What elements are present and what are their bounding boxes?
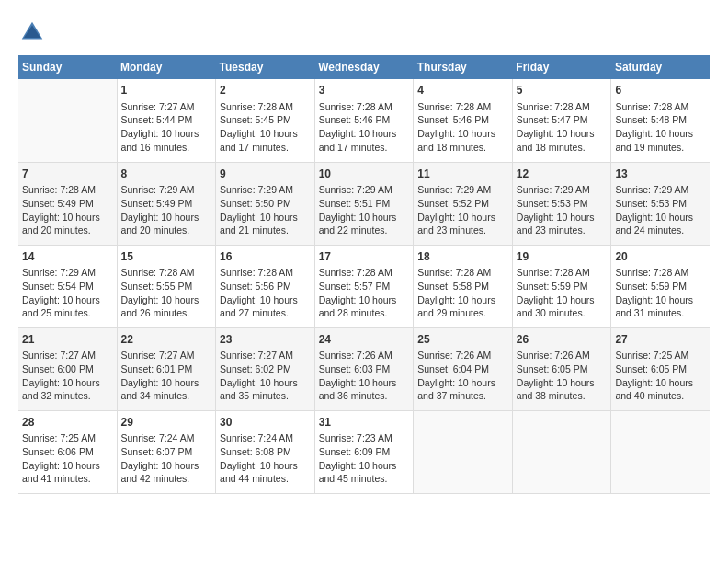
calendar-cell: 1Sunrise: 7:27 AMSunset: 5:44 PMDaylight… [117,79,216,162]
day-number: 31 [319,415,410,431]
calendar-cell: 18Sunrise: 7:28 AMSunset: 5:58 PMDayligh… [414,245,513,327]
day-info: Daylight: 10 hours [220,127,311,141]
day-info: and 44 minutes. [220,472,311,486]
calendar-cell [611,410,710,493]
day-info: and 45 minutes. [319,472,410,486]
logo-icon [18,18,46,46]
calendar-cell: 31Sunrise: 7:23 AMSunset: 6:09 PMDayligh… [314,410,414,493]
day-number: 28 [22,415,113,431]
calendar-cell: 20Sunrise: 7:28 AMSunset: 5:59 PMDayligh… [611,245,710,327]
day-info: and 17 minutes. [319,141,410,155]
calendar-cell: 23Sunrise: 7:27 AMSunset: 6:02 PMDayligh… [216,327,315,410]
day-info: and 20 minutes. [22,224,113,237]
day-info: Sunset: 5:58 PM [417,280,508,293]
day-info: and 38 minutes. [517,389,608,403]
calendar-cell: 25Sunrise: 7:26 AMSunset: 6:04 PMDayligh… [414,327,513,410]
day-info: Sunrise: 7:28 AM [417,266,508,280]
day-info: Daylight: 10 hours [22,293,113,307]
calendar-cell: 3Sunrise: 7:28 AMSunset: 5:46 PMDaylight… [314,79,414,162]
day-info: Daylight: 10 hours [615,293,706,307]
calendar-cell: 2Sunrise: 7:28 AMSunset: 5:45 PMDaylight… [216,79,315,162]
day-info: Sunset: 5:47 PM [517,113,608,127]
day-info: Daylight: 10 hours [615,376,706,390]
day-number: 29 [121,415,212,431]
day-info: Sunrise: 7:24 AM [121,431,212,445]
header [18,18,710,46]
day-number: 17 [319,249,410,265]
day-number: 14 [22,249,113,265]
day-info: Sunset: 6:00 PM [22,362,113,376]
day-info: Sunset: 6:07 PM [121,445,212,459]
day-info: Daylight: 10 hours [319,127,410,141]
day-info: Sunrise: 7:26 AM [319,349,410,362]
day-info: and 23 minutes. [417,224,508,237]
day-number: 6 [615,83,706,98]
calendar-cell: 6Sunrise: 7:28 AMSunset: 5:48 PMDaylight… [611,79,710,162]
day-number: 30 [220,415,311,431]
calendar-cell: 17Sunrise: 7:28 AMSunset: 5:57 PMDayligh… [314,245,414,327]
day-info: Sunrise: 7:28 AM [517,266,608,280]
day-number: 27 [615,332,706,348]
day-info: Sunrise: 7:29 AM [220,183,311,197]
day-info: Sunset: 6:05 PM [615,362,706,376]
calendar-cell: 16Sunrise: 7:28 AMSunset: 5:56 PMDayligh… [216,245,315,327]
day-info: Daylight: 10 hours [615,127,706,141]
day-number: 13 [615,167,706,182]
day-info: Sunrise: 7:28 AM [220,100,311,114]
day-number: 1 [121,83,212,98]
day-info: Sunset: 6:01 PM [121,362,212,376]
day-info: Sunrise: 7:26 AM [517,349,608,362]
logo [18,18,50,46]
day-info: Sunset: 5:49 PM [22,197,113,211]
day-number: 5 [517,83,608,98]
day-info: and 30 minutes. [517,306,608,320]
day-info: Sunset: 5:48 PM [615,113,706,127]
day-header-thursday: Thursday [414,55,513,79]
day-info: Sunset: 6:02 PM [220,362,311,376]
day-info: Sunrise: 7:27 AM [220,349,311,362]
day-number: 8 [121,167,212,182]
day-number: 18 [417,249,508,265]
day-info: Sunset: 6:09 PM [319,445,410,459]
day-info: Sunset: 5:59 PM [615,280,706,293]
day-number: 12 [517,167,608,182]
calendar-cell: 5Sunrise: 7:28 AMSunset: 5:47 PMDaylight… [512,79,611,162]
calendar-cell [18,79,117,162]
day-number: 10 [319,167,410,182]
day-info: and 21 minutes. [220,224,311,237]
day-info: and 23 minutes. [517,224,608,237]
calendar-table: SundayMondayTuesdayWednesdayThursdayFrid… [18,55,710,494]
day-info: Sunset: 6:03 PM [319,362,410,376]
day-info: Daylight: 10 hours [417,211,508,224]
day-info: Daylight: 10 hours [319,376,410,390]
day-info: Sunrise: 7:28 AM [220,266,311,280]
day-info: Daylight: 10 hours [121,459,212,473]
day-number: 4 [417,83,508,98]
day-info: Sunset: 5:52 PM [417,197,508,211]
day-header-saturday: Saturday [611,55,710,79]
day-info: and 27 minutes. [220,306,311,320]
day-info: and 37 minutes. [417,389,508,403]
day-info: Sunset: 5:53 PM [517,197,608,211]
day-info: Daylight: 10 hours [121,376,212,390]
day-info: Sunset: 5:53 PM [615,197,706,211]
day-info: Sunset: 5:50 PM [220,197,311,211]
day-info: Daylight: 10 hours [121,127,212,141]
day-info: Daylight: 10 hours [417,293,508,307]
day-header-monday: Monday [117,55,216,79]
day-number: 20 [615,249,706,265]
day-info: Sunrise: 7:28 AM [121,266,212,280]
day-info: Daylight: 10 hours [517,293,608,307]
day-info: and 29 minutes. [417,306,508,320]
day-number: 25 [417,332,508,348]
day-info: Sunset: 6:04 PM [417,362,508,376]
day-number: 15 [121,249,212,265]
day-info: Sunrise: 7:29 AM [615,183,706,197]
calendar-cell: 8Sunrise: 7:29 AMSunset: 5:49 PMDaylight… [117,162,216,245]
day-info: Sunrise: 7:29 AM [517,183,608,197]
day-info: Daylight: 10 hours [220,211,311,224]
day-number: 24 [319,332,410,348]
calendar-cell: 22Sunrise: 7:27 AMSunset: 6:01 PMDayligh… [117,327,216,410]
header-row: SundayMondayTuesdayWednesdayThursdayFrid… [18,55,710,79]
day-info: Sunset: 5:49 PM [121,197,212,211]
